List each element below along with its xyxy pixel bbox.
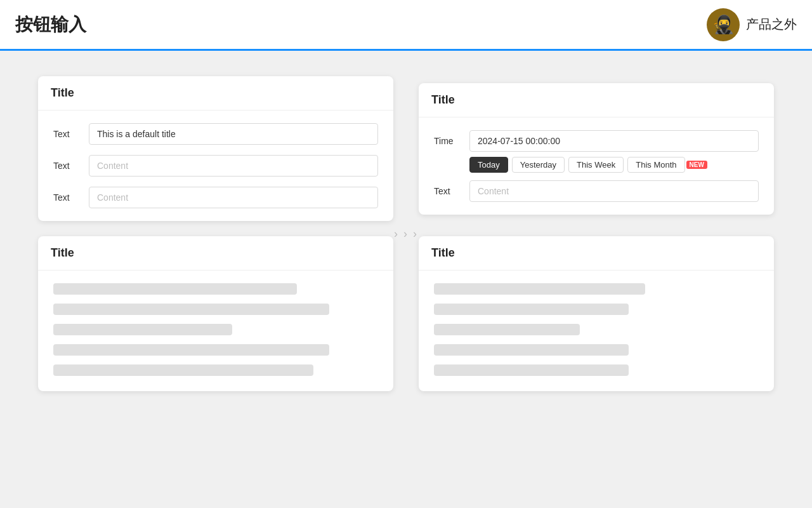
- skeleton-3: [53, 324, 232, 335]
- new-badge: NEW: [686, 161, 707, 169]
- text-input-3[interactable]: [89, 187, 378, 208]
- card-bottom-left-body: [38, 271, 393, 391]
- btn-today[interactable]: Today: [469, 157, 508, 173]
- card-bottom-right: Title: [419, 236, 774, 391]
- form-row-1: Text: [53, 123, 378, 145]
- skeleton-r3: [434, 324, 580, 335]
- time-input[interactable]: [469, 130, 759, 152]
- text-input-right[interactable]: [469, 180, 759, 202]
- brand-section: 🥷 产品之外: [707, 8, 797, 41]
- time-controls: Today Yesterday This Week This Month NEW: [469, 130, 759, 173]
- brand-name: 产品之外: [746, 16, 797, 33]
- app-title: 按钮输入: [15, 13, 86, 37]
- card-bottom-right-body: [419, 271, 774, 391]
- skeleton-r4: [434, 344, 629, 356]
- skeleton-r5: [434, 364, 629, 376]
- arrow-icons: › › ›: [394, 227, 418, 241]
- card-top-right-body: Time Today Yesterday This Week This Mont…: [419, 117, 774, 215]
- btn-this-month[interactable]: This Month: [627, 157, 684, 173]
- btn-yesterday[interactable]: Yesterday: [512, 157, 565, 173]
- header: 按钮输入 🥷 产品之外: [0, 0, 812, 51]
- text-label-right: Text: [434, 186, 459, 196]
- skeleton-1: [53, 283, 297, 295]
- text-input-1[interactable]: [89, 123, 378, 145]
- avatar: 🥷: [707, 8, 740, 41]
- card-top-left-body: Text Text Text: [38, 110, 393, 221]
- card-top-left-title: Title: [51, 86, 74, 99]
- skeleton-r2: [434, 304, 629, 315]
- form-label-2: Text: [53, 161, 79, 171]
- time-buttons: Today Yesterday This Week This Month NEW: [469, 157, 759, 173]
- card-bottom-left-title: Title: [51, 246, 74, 259]
- form-label-3: Text: [53, 192, 79, 203]
- time-row: Time Today Yesterday This Week This Mont…: [434, 130, 759, 173]
- card-bottom-right-title: Title: [431, 246, 455, 259]
- card-bottom-left: Title: [38, 236, 393, 391]
- btn-this-week[interactable]: This Week: [568, 157, 624, 173]
- this-month-wrapper: This Month NEW: [627, 157, 707, 173]
- form-row-2: Text: [53, 155, 378, 177]
- card-top-right-title: Title: [431, 93, 455, 106]
- card-top-right-header: Title: [419, 83, 774, 117]
- skeleton-4: [53, 344, 329, 356]
- card-top-left-header: Title: [38, 76, 393, 110]
- main-content: Title Text Text Text › › › Title: [0, 51, 812, 417]
- text-input-2[interactable]: [89, 155, 378, 177]
- skeleton-5: [53, 364, 313, 376]
- card-top-left: Title Text Text Text: [38, 76, 393, 221]
- arrow-separator: › › ›: [393, 227, 419, 241]
- form-label-1: Text: [53, 129, 79, 139]
- skeleton-2: [53, 304, 329, 315]
- card-bottom-right-header: Title: [419, 236, 774, 271]
- form-row-3: Text: [53, 187, 378, 208]
- skeleton-r1: [434, 283, 645, 295]
- card-bottom-left-header: Title: [38, 236, 393, 271]
- time-label: Time: [434, 130, 459, 146]
- card-top-right: Title Time Today Yesterday This Week Thi…: [419, 83, 774, 215]
- text-row-right: Text: [434, 180, 759, 202]
